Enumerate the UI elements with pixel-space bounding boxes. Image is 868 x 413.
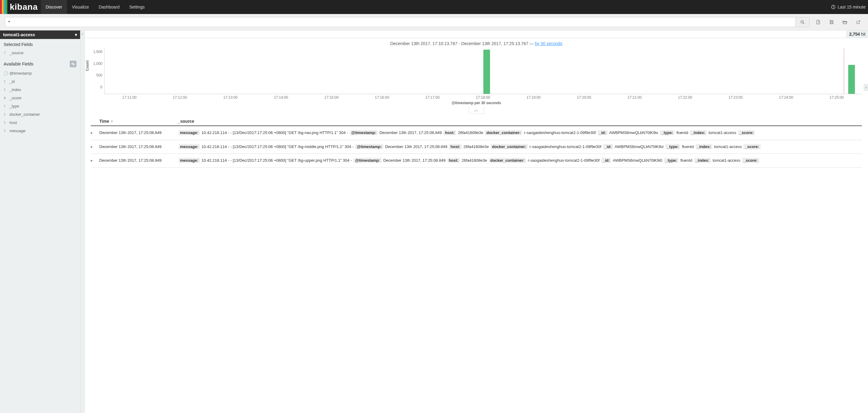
field-name: @timestamp xyxy=(9,71,32,75)
y-axis-label: Count xyxy=(85,60,90,71)
available-fields-header: Available Fields xyxy=(4,62,33,66)
histogram-chart[interactable]: Count 1,5001,0005000 17:11:0017:12:0017:… xyxy=(85,47,868,107)
table-row: ▸December 13th 2017, 17:25:08.849 messag… xyxy=(91,154,862,168)
field-name: message xyxy=(9,129,26,133)
search-icon xyxy=(800,20,805,25)
chevron-up-icon: ︿ xyxy=(474,107,478,113)
table-row: ▸December 13th 2017, 17:25:08.849 messag… xyxy=(91,126,862,140)
table-row: ▸December 13th 2017, 17:25:08.849 messag… xyxy=(91,140,862,154)
kv-key: _index: xyxy=(690,130,707,135)
hit-count: 2,754 hit xyxy=(846,30,868,38)
field-type-icon: t xyxy=(4,113,7,117)
field-type-icon: # xyxy=(4,96,7,100)
kv-key: @timestamp: xyxy=(350,130,378,135)
histogram-bar[interactable] xyxy=(848,65,855,94)
logo-text: kibana xyxy=(10,2,38,12)
x-axis-label: @timestamp per 30 seconds xyxy=(91,100,862,107)
plot-area[interactable] xyxy=(104,49,862,94)
time-range-label: December 13th 2017, 17:10:13.767 - Decem… xyxy=(85,38,868,47)
external-link-icon xyxy=(856,20,861,25)
col-header-source[interactable]: _source xyxy=(178,119,862,124)
expand-row-button[interactable]: ▸ xyxy=(91,157,99,164)
field-_type[interactable]: t_type xyxy=(0,102,80,110)
nav-tabs: Discover Visualize Dashboard Settings xyxy=(41,0,150,14)
field-type-icon: t xyxy=(4,104,7,108)
new-search-button[interactable] xyxy=(813,18,823,27)
expand-row-button[interactable]: ▸ xyxy=(91,129,99,137)
kv-key: _id: xyxy=(601,158,611,163)
field-host[interactable]: thost xyxy=(0,119,80,127)
search-input[interactable] xyxy=(5,17,796,27)
chevron-left-icon: ‹ xyxy=(865,85,866,90)
kv-key: @timestamp: xyxy=(353,158,382,163)
kv-key: message: xyxy=(179,144,200,149)
kv-key: docker_container: xyxy=(485,130,522,135)
field-@timestamp[interactable]: 🕑@timestamp xyxy=(0,69,80,77)
field-_index[interactable]: t_index xyxy=(0,86,80,94)
sidebar: tomcat1-access ▾ Selected Fields ?_sourc… xyxy=(0,30,81,413)
row-time: December 13th 2017, 17:25:08.849 xyxy=(99,129,178,137)
field-_id[interactable]: t_id xyxy=(0,77,80,86)
search-bar-row xyxy=(0,14,868,30)
top-nav: kibana Discover Visualize Dashboard Sett… xyxy=(0,0,868,14)
toggle-histogram-button[interactable]: ︿ xyxy=(469,107,484,114)
field-name: docker_container xyxy=(9,112,40,117)
y-ticks: 1,5001,0005000 xyxy=(91,49,104,94)
row-source: message: 10.42.218.114 - - [13/Dec/2017:… xyxy=(178,129,862,137)
nav-tab-dashboard[interactable]: Dashboard xyxy=(94,0,125,14)
sort-desc-icon: ▼ xyxy=(110,120,113,123)
time-picker[interactable]: Last 15 minute xyxy=(831,0,868,14)
field-docker_container[interactable]: tdocker_container xyxy=(0,110,80,119)
field-name: _score xyxy=(9,96,21,100)
field-name: _id xyxy=(9,79,14,84)
kv-key: @timestamp: xyxy=(355,144,383,149)
nav-tab-discover[interactable]: Discover xyxy=(41,0,67,14)
field-name: _source xyxy=(9,51,24,55)
save-search-button[interactable] xyxy=(827,18,836,27)
kv-key: _id: xyxy=(597,130,608,135)
kv-key: host: xyxy=(443,130,456,135)
kv-key: message: xyxy=(179,158,200,163)
caret-down-icon: ▾ xyxy=(75,32,77,37)
time-picker-label: Last 15 minute xyxy=(838,5,866,9)
kv-key: docker_container: xyxy=(491,144,528,149)
nav-tab-visualize[interactable]: Visualize xyxy=(67,0,94,14)
open-search-button[interactable] xyxy=(840,18,850,27)
share-button[interactable] xyxy=(854,18,863,27)
row-source: message: 10.42.218.114 - - [13/Dec/2017:… xyxy=(178,143,862,151)
histogram-bar[interactable] xyxy=(483,50,490,94)
nav-tab-settings[interactable]: Settings xyxy=(124,0,150,14)
file-plus-icon xyxy=(816,20,821,25)
kv-key: _score: xyxy=(742,158,759,163)
row-time: December 13th 2017, 17:25:08.849 xyxy=(99,157,178,164)
selected-fields-header: Selected Fields xyxy=(0,39,80,48)
field-_source[interactable]: ?_source xyxy=(0,49,80,57)
field-name: _type xyxy=(9,104,19,108)
x-ticks: 17:11:0017:12:0017:13:0017:14:0017:15:00… xyxy=(104,94,862,100)
svg-point-1 xyxy=(801,21,803,23)
chevron-left-icon: ‹ xyxy=(82,32,83,36)
kv-key: _type: xyxy=(665,144,680,149)
kv-key: host: xyxy=(447,158,460,163)
fields-settings-button[interactable] xyxy=(70,61,76,67)
kv-key: docker_container: xyxy=(489,158,526,163)
index-pattern-selector[interactable]: tomcat1-access ▾ xyxy=(0,30,80,39)
kv-key: _score: xyxy=(738,130,755,135)
field-type-icon: t xyxy=(4,88,7,92)
field-name: _index xyxy=(9,87,21,92)
collapse-right-button[interactable]: ‹ xyxy=(864,84,868,91)
kv-key: _type: xyxy=(664,158,679,163)
row-source: message: 10.42.218.114 - - [13/Dec/2017:… xyxy=(178,157,862,164)
interval-link[interactable]: by 30 seconds xyxy=(535,41,562,46)
kv-key: _score: xyxy=(743,144,761,149)
kv-key: _index: xyxy=(695,144,713,149)
search-button[interactable] xyxy=(796,17,809,27)
field-message[interactable]: tmessage xyxy=(0,127,80,135)
field-name: host xyxy=(9,120,17,125)
collapse-sidebar-button[interactable]: ‹ xyxy=(81,30,85,413)
col-header-time[interactable]: Time ▼ xyxy=(99,119,178,124)
save-icon xyxy=(829,20,834,25)
field-_score[interactable]: #_score xyxy=(0,94,80,102)
expand-row-button[interactable]: ▸ xyxy=(91,143,99,151)
field-type-icon: t xyxy=(4,121,7,125)
